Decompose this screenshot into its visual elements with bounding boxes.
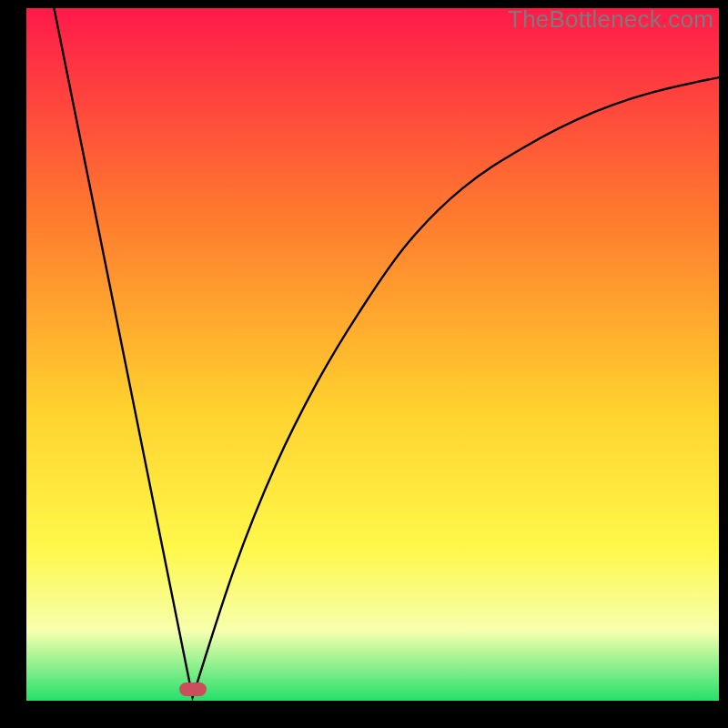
curve-path	[54, 8, 719, 697]
minimum-marker	[179, 682, 207, 696]
watermark-text: TheBottleneck.com	[508, 5, 713, 34]
bottleneck-curve	[26, 8, 719, 701]
plot-area	[26, 8, 719, 701]
chart-frame: TheBottleneck.com	[0, 0, 728, 728]
